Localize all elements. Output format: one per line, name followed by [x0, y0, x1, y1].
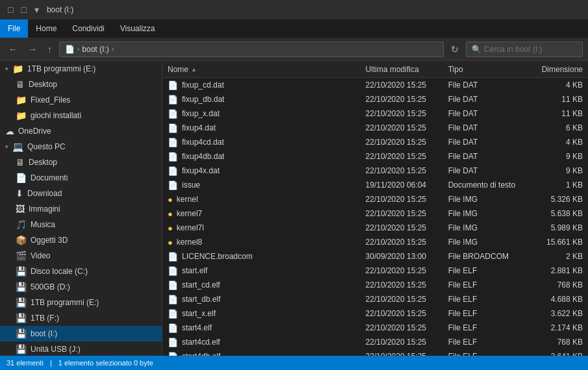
quick-access-btn-1[interactable]: □ [5, 3, 16, 16]
table-row[interactable]: 📄fixup_x.dat22/10/2020 15:25File DAT11 K… [162, 106, 588, 121]
file-type: File ELF [443, 323, 536, 332]
file-type: File ELF [443, 352, 536, 356]
menu-visualizza[interactable]: Visualizza [112, 19, 163, 38]
file-size: 3.641 KB [535, 352, 588, 356]
quick-access-btn-down[interactable]: ▾ [32, 3, 42, 16]
table-row[interactable]: 📄start_x.elf22/10/2020 15:25File ELF3.62… [162, 306, 588, 321]
file-name: start_db.elf [182, 295, 220, 304]
col-header-modified[interactable]: Ultima modifica [361, 65, 443, 74]
col-header-size[interactable]: Dimensione [535, 65, 588, 74]
file-type: File ELF [443, 266, 536, 275]
file-size: 768 KB [535, 338, 588, 347]
table-row[interactable]: 📄fixup4x.dat22/10/2020 15:25File DAT9 KB [162, 164, 588, 178]
sidebar-item-oggetti3d[interactable]: 📦Oggetti 3D [0, 232, 162, 248]
sidebar-icon-desktop-1tb: 🖥 [16, 79, 25, 90]
forward-button[interactable]: → [25, 43, 40, 56]
file-modified: 22/10/2020 15:25 [361, 80, 443, 90]
sidebar-label-fixed-files: Fixed_Files [31, 95, 70, 105]
menu-condividi[interactable]: Condividi [64, 19, 112, 38]
sidebar-icon-onedrive: ☁ [5, 126, 14, 136]
table-row[interactable]: 📄fixup4.dat22/10/2020 15:25File DAT6 KB [162, 121, 588, 135]
file-name: fixup4db.dat [182, 152, 224, 161]
file-icon: 📄 [168, 80, 178, 90]
up-button[interactable]: ↑ [44, 43, 55, 56]
table-row[interactable]: 📄start4cd.elf22/10/2020 15:25File ELF768… [162, 335, 588, 349]
table-row[interactable]: 📄fixup4cd.dat22/10/2020 15:25File DAT4 K… [162, 135, 588, 149]
file-name: fixup_db.dat [182, 95, 224, 104]
sidebar-item-onedrive[interactable]: ☁OneDrive [0, 123, 162, 139]
table-row[interactable]: 📄fixup_db.dat22/10/2020 15:25File DAT11 … [162, 92, 588, 106]
address-box[interactable]: 📄 › boot (I:) › [59, 42, 444, 57]
file-type: File DAT [443, 138, 536, 147]
sidebar-item-disco-locale-c[interactable]: 💾Disco locale (C:) [0, 264, 162, 279]
sidebar-item-desktop[interactable]: 🖥Desktop [0, 154, 162, 170]
sidebar-label-video: Video [31, 251, 50, 260]
refresh-button[interactable]: ↻ [448, 43, 462, 56]
table-row[interactable]: 📄fixup_cd.dat22/10/2020 15:25File DAT4 K… [162, 78, 588, 92]
table-row[interactable]: 📄start_db.elf22/10/2020 15:25File ELF4.6… [162, 292, 588, 306]
sidebar-item-desktop-1tb[interactable]: 🖥Desktop [0, 77, 162, 92]
file-modified: 22/10/2020 15:25 [361, 223, 443, 232]
col-header-type[interactable]: Tipo [443, 65, 536, 74]
table-row[interactable]: 📄issue19/11/2020 06:04Documento di testo… [162, 178, 588, 192]
sidebar-item-unita-usb-j[interactable]: 💾Unità USB (J:) [0, 341, 162, 356]
file-icon: ● [168, 238, 173, 247]
sidebar-item-video[interactable]: 🎬Video [0, 248, 162, 264]
file-name: kernel7 [177, 209, 202, 218]
file-modified: 19/11/2020 06:04 [361, 180, 443, 190]
file-size: 2.881 KB [535, 266, 588, 275]
table-row[interactable]: 📄start4db.elf22/10/2020 15:25File ELF3.6… [162, 349, 588, 356]
sidebar-label-documenti: Documenti [31, 173, 68, 182]
menu-file[interactable]: File [0, 19, 28, 38]
file-name: issue [182, 180, 200, 190]
table-row[interactable]: ●kernel822/10/2020 15:25File IMG15.661 K… [162, 235, 588, 249]
quick-access-btn-2[interactable]: □ [18, 3, 29, 16]
sidebar-item-boot-i[interactable]: 💾boot (I:) [0, 326, 162, 341]
file-icon: 📄 [168, 95, 178, 105]
table-row[interactable]: 📄start_cd.elf22/10/2020 15:25File ELF768… [162, 278, 588, 292]
file-name: start_x.elf [182, 309, 216, 318]
file-icon: 📄 [168, 266, 178, 276]
back-button[interactable]: ← [5, 43, 21, 56]
table-row[interactable]: 📄fixup4db.dat22/10/2020 15:25File DAT9 K… [162, 149, 588, 164]
sidebar-icon-immagini: 🖼 [16, 204, 25, 214]
sidebar-item-questo-pc[interactable]: ▾💻Questo PC [0, 139, 162, 154]
col-header-name[interactable]: Nome ▲ [162, 65, 361, 74]
table-row[interactable]: 📄start4.elf22/10/2020 15:25File ELF2.174… [162, 321, 588, 335]
file-modified: 22/10/2020 15:25 [361, 95, 443, 104]
sidebar-item-1tb-f[interactable]: 💾1TB (F:) [0, 310, 162, 326]
file-icon: 📄 [168, 152, 178, 162]
sidebar-icon-video: 🎬 [16, 251, 27, 261]
table-row[interactable]: ●kernel7l22/10/2020 15:25File IMG5.989 K… [162, 221, 588, 235]
table-row[interactable]: ●kernel22/10/2020 15:25File IMG5.326 KB [162, 192, 588, 206]
search-icon: 🔍 [472, 45, 481, 54]
sidebar-item-documenti[interactable]: 📄Documenti [0, 170, 162, 186]
sidebar-item-giochi-installati[interactable]: 📁giochi installati [0, 108, 162, 123]
file-size: 9 KB [535, 152, 588, 161]
sidebar-icon-giochi-installati: 📁 [16, 110, 27, 121]
file-type: File DAT [443, 95, 536, 104]
sidebar-item-download[interactable]: ⬇Download [0, 186, 162, 201]
table-row[interactable]: 📄start.elf22/10/2020 15:25File ELF2.881 … [162, 264, 588, 278]
file-name: fixup4x.dat [182, 166, 220, 175]
sidebar-label-boot-i: boot (I:) [31, 329, 57, 338]
search-input[interactable] [484, 45, 575, 54]
sidebar-item-500gb-d[interactable]: 💾500GB (D:) [0, 279, 162, 295]
file-type: File DAT [443, 152, 536, 161]
table-row[interactable]: 📄LICENCE.broadcom30/09/2020 13:00File BR… [162, 249, 588, 264]
file-size: 3.622 KB [535, 309, 588, 318]
sidebar-item-1tb-programmi[interactable]: ▾📁1TB programmi (E:) [0, 61, 162, 77]
sidebar-label-giochi-installati: giochi installati [31, 111, 81, 120]
sidebar-item-1tb-programmi-e[interactable]: 💾1TB programmi (E:) [0, 295, 162, 310]
sidebar-item-immagini[interactable]: 🖼Immagini [0, 201, 162, 217]
file-icon: ● [168, 209, 173, 219]
search-box[interactable]: 🔍 [466, 42, 583, 57]
table-row[interactable]: ●kernel722/10/2020 15:25File IMG5.638 KB [162, 206, 588, 221]
sidebar-item-musica[interactable]: 🎵Musica [0, 217, 162, 232]
sidebar-label-musica: Musica [31, 220, 55, 229]
menu-home[interactable]: Home [28, 19, 64, 38]
sidebar-item-fixed-files[interactable]: 📁Fixed_Files [0, 92, 162, 108]
main-area: ▾📁1TB programmi (E:)🖥Desktop📁Fixed_Files… [0, 61, 588, 356]
sidebar-label-desktop-1tb: Desktop [29, 80, 57, 89]
file-name: fixup4cd.dat [182, 138, 224, 147]
